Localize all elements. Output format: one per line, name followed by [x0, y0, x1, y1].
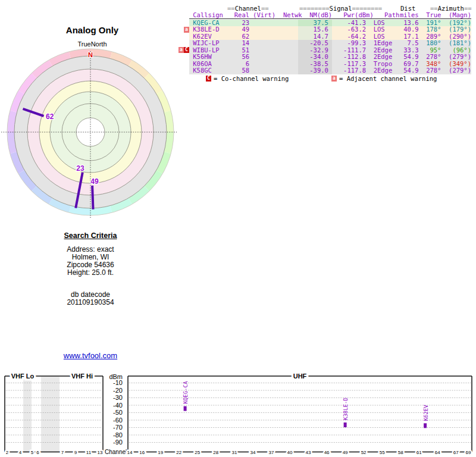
true-north-label: TrueNorth	[0, 40, 184, 48]
uhf-channel-tick: 25	[195, 450, 200, 455]
table-header-row: Callsign Real (Virt)Netwk NM(dB) Pwr(dBm…	[178, 12, 473, 19]
signal-bar-label: K38LE-D	[343, 397, 349, 420]
uhf-channel-tick: 34	[250, 450, 255, 455]
vhf-hi-label: VHF Hi	[71, 373, 93, 380]
adjacent-channel-warning-badge: a	[331, 76, 337, 82]
search-criteria-heading: Search Criteria	[16, 232, 165, 240]
adjacent-channel-warning-badge: a	[178, 47, 184, 53]
col-header-nm: NM(dB)	[298, 12, 332, 19]
dbm-tick-label: -50	[113, 409, 123, 416]
azimuth-true-cell: 278°	[419, 54, 441, 61]
col-header-virt: (Virt)	[249, 11, 275, 18]
miles-cell: 40.9	[400, 26, 419, 33]
dbm-tick-label: -30	[113, 394, 123, 401]
real-channel-cell: 49	[223, 26, 249, 33]
uhf-channel-tick: 64	[435, 450, 440, 455]
azimuth-true-cell: 278°	[419, 67, 441, 74]
dbm-tick-label: -90	[113, 439, 123, 446]
callsign-cell: K56HW	[189, 54, 223, 61]
co-channel-warning-badge: C	[206, 76, 211, 82]
azimuth-true-cell: 180°	[419, 40, 441, 47]
callsign-cell: WIJC-LP	[189, 40, 223, 47]
uhf-channel-tick: 46	[324, 450, 330, 455]
table-row: a K38LE-D 49 15.6 -63.2 LOS 40.9 178° (1…	[178, 26, 473, 33]
search-height-line: Height: 25.0 ft.	[16, 269, 165, 277]
real-channel-cell: 58	[223, 67, 249, 74]
vhf-channel-tick: 2	[6, 450, 9, 455]
uhf-channel-tick: 37	[268, 450, 274, 455]
uhf-channel-tick: 19	[158, 450, 163, 455]
table-row: WIJC-LP 14 -20.5 -99.3 1Edge 7.5 180° (1…	[178, 40, 473, 47]
uhf-channel-tick: 61	[416, 450, 422, 455]
callsign-cell: K38LE-D	[189, 26, 223, 33]
signal-bar-KQEG-CA	[184, 406, 187, 411]
tvfool-report-page: { "polar": { "title": "Analog Only", "no…	[0, 0, 476, 457]
col-header-path: Path	[366, 12, 400, 19]
uhf-channel-tick: 14	[127, 450, 133, 455]
azimuth-magn-cell: (279°)	[441, 54, 471, 61]
miles-cell: 54.9	[400, 54, 419, 61]
uhf-channel-tick: 16	[139, 450, 145, 455]
path-cell: LOS	[366, 26, 400, 33]
signal-bar-label: K62EV	[423, 405, 429, 421]
path-cell: 2Edge	[366, 54, 400, 61]
path-cell: 2Edge	[366, 67, 400, 74]
dbm-tick-label: -10	[113, 379, 123, 386]
pwr-cell: -117.8	[332, 67, 366, 74]
uhf-channel-tick: 31	[231, 450, 237, 455]
vhf-channel-tick: 4	[19, 450, 22, 455]
nm-cell: -34.0	[298, 54, 332, 61]
vhf-lo-label: VHF Lo	[11, 373, 35, 380]
co-channel-warning-badge: C	[184, 47, 189, 53]
uhf-channel-tick: 49	[343, 450, 348, 455]
table-row: K58GC 58 -39.0 -117.8 2Edge 54.9 278° (2…	[178, 67, 473, 74]
miles-cell: 7.5	[400, 40, 419, 47]
vhf-channel-tick: 6	[36, 450, 39, 455]
adjacent-channel-warning-badge: a	[184, 27, 189, 33]
azimuth-true-cell: 178°	[419, 26, 441, 33]
channel-axis-label: Channel	[105, 449, 127, 455]
uhf-channel-tick: 22	[176, 450, 181, 455]
callsign-cell: K58GC	[189, 67, 223, 74]
uhf-channel-tick: 43	[306, 450, 311, 455]
vhf-channel-tick: 9	[74, 450, 77, 455]
dbm-tick-label: -60	[113, 417, 123, 424]
nm-cell: -20.5	[298, 40, 332, 47]
pwr-cell: -99.3	[332, 40, 366, 47]
azimuth-magn-cell: (179°)	[441, 26, 471, 33]
uhf-channel-tick: 55	[380, 450, 385, 455]
real-channel-cell: 14	[223, 40, 249, 47]
tvfool-link[interactable]: www.tvfool.com	[64, 351, 117, 360]
real-channel-cell: 56	[223, 54, 249, 61]
uhf-channel-tick: 67	[453, 450, 459, 455]
spoke-channel-label: 49	[90, 177, 99, 186]
site-link-wrap: www.tvfool.com	[16, 351, 165, 360]
spoke-channel-label: 23	[76, 164, 84, 173]
col-header-real: Real	[223, 12, 249, 19]
vhf-channel-tick: 13	[98, 450, 103, 455]
signal-bar-label: KQEG-CA	[183, 381, 189, 404]
signal-bar-K38LE-D	[344, 422, 347, 427]
nm-cell: -39.0	[298, 67, 332, 74]
dbm-tick-label: -20	[113, 387, 123, 394]
uhf-channel-tick: 52	[361, 450, 367, 455]
table-row: K56HW 56 -34.0 -112.8 2Edge 54.9 278° (2…	[178, 54, 473, 61]
legend-label: = Co-channel warning	[214, 75, 289, 82]
dbm-tick-label: -70	[113, 424, 123, 431]
uhf-panel-border	[128, 376, 472, 452]
db-datecode-value: 201109190354	[16, 299, 165, 306]
azimuth-magn-cell: (279°)	[441, 67, 471, 74]
col-header-pwr: Pwr(dBm)	[332, 12, 366, 19]
col-header-true: True	[419, 12, 441, 19]
pwr-cell: -112.8	[332, 54, 366, 61]
vhf-channel-tick: 7	[61, 450, 64, 455]
signal-spoke-ch49	[92, 186, 93, 209]
vhf-unused-band	[41, 377, 60, 452]
polar-radar-plot: N234962	[0, 48, 184, 221]
col-header-magn: (Magn)	[441, 12, 471, 19]
azimuth-magn-cell: (181°)	[441, 40, 471, 47]
polar-plot-title: Analog Only	[0, 25, 184, 35]
uhf-label: UHF	[293, 373, 307, 380]
channel-signal-chart: VHF LoVHF HiUHFdBm-10-20-30-40-50-60-70-…	[0, 367, 476, 457]
nm-cell: 15.6	[298, 26, 332, 33]
